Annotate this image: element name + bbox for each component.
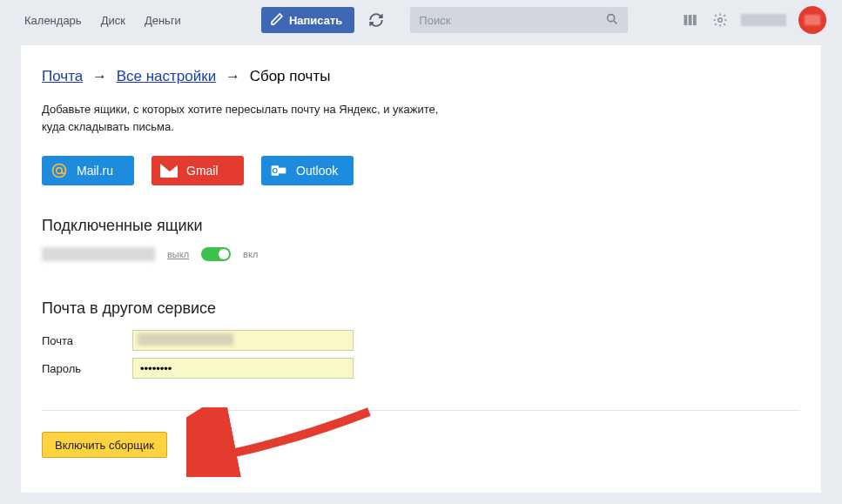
provider-row: Mail.ru Gmail O Outlook <box>42 156 800 185</box>
refresh-icon <box>368 12 384 28</box>
svg-rect-1 <box>684 15 688 25</box>
svg-rect-2 <box>689 15 692 25</box>
password-row: Пароль <box>42 358 800 379</box>
svg-point-5 <box>53 165 66 178</box>
connected-email-blurred[interactable] <box>42 247 155 261</box>
themes-icon[interactable] <box>682 11 699 29</box>
connected-mailbox-row: выкл вкл <box>42 247 800 261</box>
compose-button[interactable]: Написать <box>261 7 354 33</box>
svg-point-0 <box>608 14 615 21</box>
breadcrumb-all-settings[interactable]: Все настройки <box>117 68 216 84</box>
password-field[interactable] <box>132 358 354 379</box>
toggle-off-label[interactable]: выкл <box>167 249 189 259</box>
password-label: Пароль <box>42 362 132 375</box>
email-row: Почта <box>42 330 800 351</box>
avatar[interactable] <box>798 6 826 34</box>
svg-rect-3 <box>693 15 697 25</box>
email-value-blurred <box>138 333 233 346</box>
gear-icon[interactable] <box>711 11 729 29</box>
outlook-icon: O <box>270 162 287 179</box>
enable-collector-button[interactable]: Включить сборщик <box>42 432 167 458</box>
provider-label: Mail.ru <box>77 164 113 178</box>
nav-disk[interactable]: Диск <box>101 14 125 27</box>
provider-label: Outlook <box>296 164 338 178</box>
breadcrumb-arrow-icon: → <box>226 68 240 84</box>
provider-gmail-button[interactable]: Gmail <box>152 156 244 185</box>
settings-card: Почта → Все настройки → Сбор почты Добав… <box>21 45 821 493</box>
refresh-button[interactable] <box>363 7 389 33</box>
nav-money[interactable]: Деньги <box>145 14 181 27</box>
breadcrumb: Почта → Все настройки → Сбор почты <box>42 68 800 85</box>
search-box[interactable] <box>410 7 628 33</box>
toggle-switch[interactable] <box>201 247 231 261</box>
top-bar: Календарь Диск Деньги Написать <box>0 0 842 40</box>
provider-mailru-button[interactable]: Mail.ru <box>42 156 134 185</box>
provider-label: Gmail <box>186 164 219 178</box>
mailru-icon <box>51 162 68 179</box>
intro-text: Добавьте ящики, с которых хотите пересыл… <box>42 101 460 135</box>
breadcrumb-current: Сбор почты <box>250 68 331 84</box>
breadcrumb-arrow-icon: → <box>92 68 107 84</box>
svg-point-4 <box>718 18 723 23</box>
compose-icon <box>270 12 284 29</box>
username-blurred <box>741 14 786 26</box>
external-heading: Почта в другом сервисе <box>42 299 800 318</box>
nav-calendar[interactable]: Календарь <box>24 14 82 27</box>
connected-heading: Подключенные ящики <box>42 217 800 235</box>
avatar-content <box>805 15 820 25</box>
provider-outlook-button[interactable]: O Outlook <box>261 156 354 185</box>
search-icon[interactable] <box>605 12 619 29</box>
breadcrumb-mail[interactable]: Почта <box>42 68 83 84</box>
svg-point-6 <box>57 168 63 174</box>
divider <box>42 410 800 411</box>
header-right <box>682 6 826 34</box>
email-label: Почта <box>42 334 132 347</box>
compose-label: Написать <box>289 14 342 27</box>
svg-rect-8 <box>279 168 286 174</box>
search-input[interactable] <box>419 14 605 27</box>
toggle-on-label: вкл <box>243 249 258 259</box>
annotation-arrow-icon <box>186 407 378 477</box>
gmail-icon <box>160 162 178 179</box>
svg-text:O: O <box>273 166 279 175</box>
